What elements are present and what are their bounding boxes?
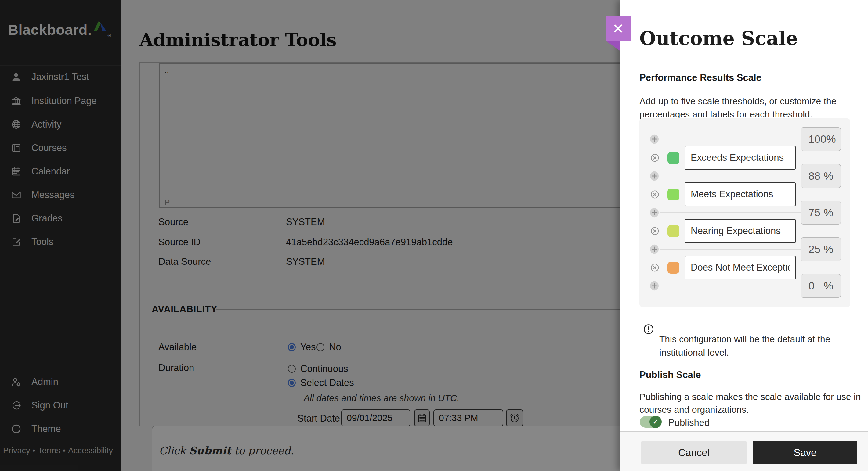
x-circle-icon <box>651 264 659 272</box>
percent-value: 100 <box>808 133 826 145</box>
add-threshold-button[interactable] <box>650 244 659 254</box>
percent-value: 75 <box>808 206 820 219</box>
threshold-connector-line <box>659 285 801 286</box>
add-threshold-button[interactable] <box>650 281 659 291</box>
panel-footer: Cancel Save <box>620 431 868 471</box>
plus-circle-icon <box>650 171 659 181</box>
level-color-swatch[interactable] <box>668 225 679 237</box>
publish-description: Publishing a scale makes the scale avail… <box>640 391 867 416</box>
x-circle-icon <box>651 154 659 162</box>
percent-sign: % <box>824 206 833 219</box>
screen: Blackboard. ® Jaxinstr1 Test Institution… <box>0 0 868 471</box>
info-alert-icon <box>643 324 654 336</box>
scale-description: Add up to five scale thresholds, or cust… <box>640 95 853 121</box>
published-toggle[interactable]: ✓ <box>640 416 661 428</box>
percent-sign: % <box>824 243 833 255</box>
x-circle-icon <box>651 227 659 235</box>
cancel-button[interactable]: Cancel <box>641 441 747 464</box>
threshold-connector-line <box>659 212 801 213</box>
add-threshold-button[interactable] <box>650 134 659 144</box>
publish-scale-heading: Publish Scale <box>640 369 701 380</box>
save-button[interactable]: Save <box>753 441 857 464</box>
scale-level-row <box>640 256 850 279</box>
panel-title: Outcome Scale <box>640 27 798 49</box>
threshold-connector-line <box>659 249 801 249</box>
add-threshold-button[interactable] <box>650 171 659 181</box>
plus-circle-icon <box>650 244 659 254</box>
level-label-input[interactable] <box>685 219 796 243</box>
percent-value: 25 <box>808 243 820 255</box>
outcome-scale-panel: ✕ Outcome Scale Performance Results Scal… <box>620 0 868 471</box>
level-color-swatch[interactable] <box>668 189 679 200</box>
remove-level-button[interactable] <box>651 264 659 272</box>
remove-level-button[interactable] <box>651 227 659 235</box>
toggle-knob-check-icon: ✓ <box>649 416 662 428</box>
percent-sign: % <box>826 133 836 145</box>
scale-level-row <box>640 182 850 206</box>
remove-level-button[interactable] <box>651 190 659 199</box>
level-color-swatch[interactable] <box>668 262 679 274</box>
panel-divider <box>620 63 868 63</box>
plus-circle-icon <box>650 281 659 291</box>
remove-level-button[interactable] <box>651 154 659 162</box>
scale-thresholds-card: 100 % 88 % 75 <box>640 119 850 307</box>
x-circle-icon <box>651 190 659 199</box>
scale-level-row <box>640 146 850 170</box>
plus-circle-icon <box>650 208 659 217</box>
performance-scale-heading: Performance Results Scale <box>640 72 762 83</box>
default-config-note: This configuration will be the default a… <box>659 333 861 359</box>
percent-sign: % <box>824 280 833 292</box>
scale-level-row <box>640 219 850 243</box>
level-label-input[interactable] <box>685 182 796 206</box>
percent-value: 88 <box>808 170 820 182</box>
level-color-swatch[interactable] <box>668 152 679 164</box>
threshold-connector-line <box>659 176 801 176</box>
published-label: Published <box>668 417 710 428</box>
level-label-input[interactable] <box>685 146 796 170</box>
percent-value: 0 <box>808 280 814 292</box>
threshold-connector-line <box>659 139 801 139</box>
plus-circle-icon <box>650 134 659 144</box>
close-icon: ✕ <box>612 21 624 37</box>
add-threshold-button[interactable] <box>650 208 659 217</box>
percent-sign: % <box>824 170 833 182</box>
level-label-input[interactable] <box>685 256 796 279</box>
close-panel-button[interactable]: ✕ <box>606 16 630 41</box>
